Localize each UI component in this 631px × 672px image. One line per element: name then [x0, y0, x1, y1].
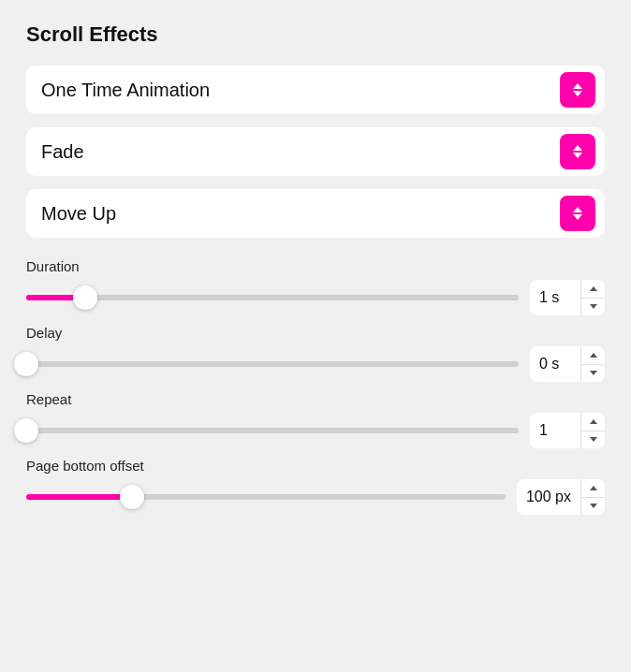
animation-type-arrow[interactable]	[560, 72, 595, 108]
animation-type-select[interactable]: One Time Animation	[26, 66, 605, 114]
up-arrow-icon	[590, 419, 597, 424]
page-bottom-offset-input-row: 100 px	[26, 479, 605, 515]
arrow-up-icon	[573, 83, 582, 89]
delay-slider[interactable]	[26, 350, 519, 378]
page-bottom-offset-control: Page bottom offset 100 px	[26, 458, 605, 515]
effect-style-arrow[interactable]	[560, 134, 595, 169]
repeat-increment-button[interactable]	[581, 413, 605, 431]
page-bottom-offset-track	[26, 494, 506, 500]
down-arrow-icon	[590, 304, 597, 309]
direction-arrow[interactable]	[560, 196, 595, 231]
down-arrow-icon	[590, 371, 597, 375]
page-bottom-offset-thumb	[120, 485, 144, 509]
repeat-track	[26, 428, 519, 433]
duration-control: Duration 1 s	[26, 258, 605, 315]
duration-value: 1 s	[530, 280, 580, 315]
delay-input-row: 0 s	[26, 346, 605, 382]
duration-increment-button[interactable]	[581, 280, 605, 299]
effect-style-select[interactable]: Fade	[26, 127, 605, 176]
delay-label: Delay	[26, 325, 605, 341]
delay-track	[26, 361, 519, 367]
page-bottom-offset-increment-button[interactable]	[581, 479, 605, 498]
direction-value: Move Up	[41, 203, 116, 225]
page-bottom-offset-value: 100 px	[517, 479, 580, 515]
duration-thumb	[73, 285, 97, 310]
repeat-stepper	[580, 413, 605, 448]
repeat-input-row: 1	[26, 413, 605, 448]
page-bottom-offset-fill	[26, 494, 132, 500]
repeat-thumb	[14, 418, 38, 443]
animation-type-wrapper: One Time Animation	[26, 66, 605, 114]
duration-stepper	[580, 280, 605, 315]
arrow-down-icon	[573, 214, 582, 220]
repeat-slider[interactable]	[26, 416, 519, 445]
page-bottom-offset-label: Page bottom offset	[26, 458, 605, 474]
delay-stepper	[580, 346, 605, 382]
repeat-number-input: 1	[530, 413, 605, 448]
repeat-label: Repeat	[26, 391, 605, 407]
delay-control: Delay 0 s	[26, 325, 605, 382]
arrow-up-icon	[573, 145, 582, 151]
down-arrow-icon	[590, 504, 597, 508]
delay-increment-button[interactable]	[581, 346, 605, 365]
direction-select[interactable]: Move Up	[26, 189, 605, 238]
delay-number-input: 0 s	[530, 346, 605, 382]
duration-label: Duration	[26, 258, 605, 274]
scroll-effects-panel: Scroll Effects One Time Animation Fade	[0, 0, 631, 672]
down-arrow-icon	[590, 437, 597, 442]
animation-type-value: One Time Animation	[41, 80, 210, 101]
duration-input-row: 1 s	[26, 280, 605, 315]
panel-title: Scroll Effects	[26, 22, 605, 47]
duration-number-input: 1 s	[530, 280, 605, 315]
arrow-up-icon	[573, 207, 582, 212]
page-bottom-offset-decrement-button[interactable]	[581, 498, 605, 516]
arrow-down-icon	[573, 91, 582, 96]
page-bottom-offset-stepper	[580, 479, 605, 515]
arrow-down-icon	[573, 153, 582, 158]
dropdown-group: One Time Animation Fade Move Up	[26, 66, 605, 251]
direction-wrapper: Move Up	[26, 189, 605, 238]
delay-decrement-button[interactable]	[581, 365, 605, 383]
up-arrow-icon	[590, 486, 597, 490]
duration-slider[interactable]	[26, 284, 519, 312]
repeat-control: Repeat 1	[26, 391, 605, 448]
up-arrow-icon	[590, 286, 597, 291]
controls-section: Duration 1 s	[26, 258, 605, 524]
effect-style-value: Fade	[41, 141, 84, 163]
duration-track	[26, 295, 519, 300]
repeat-decrement-button[interactable]	[581, 431, 605, 449]
effect-style-wrapper: Fade	[26, 127, 605, 176]
duration-decrement-button[interactable]	[581, 299, 605, 316]
delay-thumb	[14, 352, 38, 376]
page-bottom-offset-number-input: 100 px	[517, 479, 605, 515]
page-bottom-offset-slider[interactable]	[26, 483, 506, 511]
delay-value: 0 s	[530, 346, 580, 382]
up-arrow-icon	[590, 353, 597, 358]
repeat-value: 1	[530, 413, 580, 448]
